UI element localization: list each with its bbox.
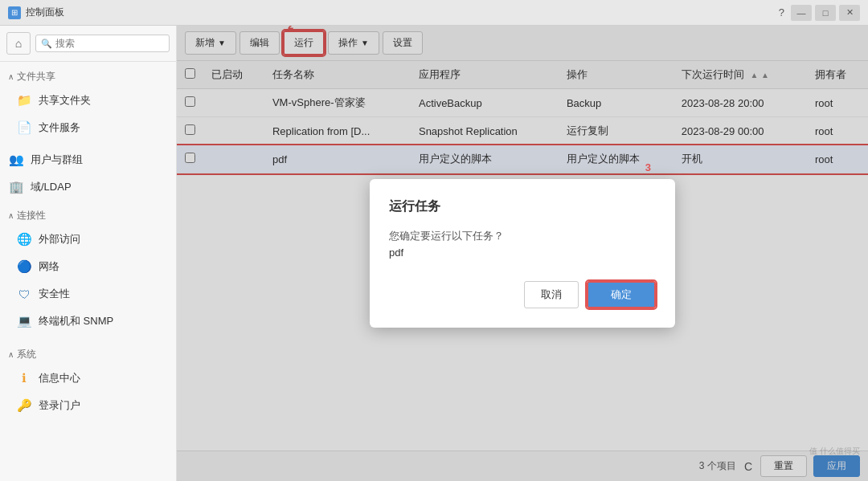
sidebar-item-users-groups[interactable]: 👥 用户与群组 bbox=[0, 146, 176, 173]
section-header-connectivity[interactable]: ∧ 连接性 bbox=[0, 206, 176, 226]
login-portal-icon: 🔑 bbox=[16, 397, 32, 414]
security-icon: 🛡 bbox=[16, 286, 32, 302]
sidebar-label-users-groups: 用户与群组 bbox=[31, 153, 83, 167]
file-icon: 📄 bbox=[16, 120, 32, 136]
modal-footer: 取消 确定 bbox=[389, 281, 656, 308]
sidebar-label-terminal-snmp: 终端机和 SNMP bbox=[39, 314, 113, 328]
close-button[interactable]: ✕ bbox=[839, 5, 860, 21]
section-header-file-sharing[interactable]: ∧ 文件共享 bbox=[0, 67, 176, 87]
sidebar-top: ⌂ 🔍 bbox=[0, 26, 176, 62]
users-icon: 👥 bbox=[8, 152, 24, 168]
titlebar: ⊞ 控制面板 ? — □ ✕ bbox=[0, 0, 868, 26]
app-title: 控制面板 bbox=[26, 6, 779, 19]
sidebar-item-info-center[interactable]: ℹ 信息中心 bbox=[0, 365, 176, 392]
chevron-down-icon-2: ∧ bbox=[8, 211, 14, 220]
terminal-icon: 💻 bbox=[16, 313, 32, 329]
confirm-button[interactable]: 确定 bbox=[587, 281, 656, 308]
cancel-button[interactable]: 取消 bbox=[524, 281, 579, 308]
modal-question: 您确定要运行以下任务？ bbox=[389, 228, 656, 245]
app-icon: ⊞ bbox=[8, 6, 21, 19]
run-task-modal: 3 运行任务 您确定要运行以下任务？ pdf 取消 确定 bbox=[370, 179, 675, 328]
badge-3: 3 bbox=[645, 161, 651, 173]
sidebar-label-login-portal: 登录门户 bbox=[39, 398, 80, 413]
help-button[interactable]: ? bbox=[779, 6, 784, 18]
search-icon: 🔍 bbox=[41, 39, 52, 49]
sidebar-label-shared-folders: 共享文件夹 bbox=[39, 93, 91, 108]
section-connectivity: ∧ 连接性 🌐 外部访问 🔵 网络 🛡 安全性 💻 终端机和 SNMP bbox=[0, 201, 176, 340]
section-file-sharing: ∧ 文件共享 📁 共享文件夹 📄 文件服务 bbox=[0, 62, 176, 146]
sidebar-item-terminal-snmp[interactable]: 💻 终端机和 SNMP bbox=[0, 308, 176, 335]
sidebar-label-domain-ldap: 域/LDAP bbox=[31, 180, 72, 194]
sidebar-label-info-center: 信息中心 bbox=[39, 371, 80, 385]
external-access-icon: 🌐 bbox=[16, 231, 32, 247]
modal-task-name: pdf bbox=[389, 245, 656, 262]
sidebar: ⌂ 🔍 ∧ 文件共享 📁 共享文件夹 📄 文件服务 👥 用户与 bbox=[0, 26, 177, 481]
section-header-system[interactable]: ∧ 系统 bbox=[0, 344, 176, 365]
section-label-system: 系统 bbox=[17, 348, 36, 361]
window-controls: — □ ✕ bbox=[791, 5, 860, 21]
sidebar-label-security: 安全性 bbox=[39, 287, 70, 301]
folder-icon: 📁 bbox=[16, 92, 32, 108]
search-input[interactable] bbox=[55, 38, 164, 49]
section-label-connectivity: 连接性 bbox=[17, 209, 46, 222]
info-center-icon: ℹ bbox=[16, 370, 32, 386]
sidebar-item-network[interactable]: 🔵 网络 bbox=[0, 253, 176, 280]
section-system: ∧ 系统 ℹ 信息中心 🔑 登录门户 bbox=[0, 340, 176, 424]
sidebar-label-external-access: 外部访问 bbox=[39, 232, 80, 247]
sidebar-label-network: 网络 bbox=[39, 259, 59, 274]
sidebar-item-file-services[interactable]: 📄 文件服务 bbox=[0, 114, 176, 141]
sidebar-item-domain-ldap[interactable]: 🏢 域/LDAP bbox=[0, 173, 176, 201]
sidebar-item-login-portal[interactable]: 🔑 登录门户 bbox=[0, 392, 176, 419]
search-box[interactable]: 🔍 bbox=[35, 35, 170, 52]
domain-icon: 🏢 bbox=[8, 179, 24, 195]
content-area: 2 新增 ▼ 编辑 运行 操作 ▼ 设置 bbox=[177, 26, 868, 481]
maximize-button[interactable]: □ bbox=[815, 5, 836, 21]
main-layout: ⌂ 🔍 ∧ 文件共享 📁 共享文件夹 📄 文件服务 👥 用户与 bbox=[0, 26, 868, 481]
sidebar-label-file-services: 文件服务 bbox=[39, 120, 80, 135]
sidebar-item-external-access[interactable]: 🌐 外部访问 bbox=[0, 226, 176, 253]
minimize-button[interactable]: — bbox=[791, 5, 812, 21]
home-button[interactable]: ⌂ bbox=[6, 32, 31, 55]
network-icon: 🔵 bbox=[16, 259, 32, 275]
modal-overlay: 3 运行任务 您确定要运行以下任务？ pdf 取消 确定 bbox=[177, 26, 868, 481]
modal-title: 运行任务 bbox=[389, 198, 656, 215]
modal-body: 您确定要运行以下任务？ pdf bbox=[389, 228, 656, 262]
sidebar-item-security[interactable]: 🛡 安全性 bbox=[0, 280, 176, 308]
section-label-file-sharing: 文件共享 bbox=[17, 70, 55, 84]
sidebar-item-shared-folders[interactable]: 📁 共享文件夹 bbox=[0, 87, 176, 114]
chevron-down-icon-3: ∧ bbox=[8, 350, 14, 359]
chevron-down-icon: ∧ bbox=[8, 72, 14, 81]
